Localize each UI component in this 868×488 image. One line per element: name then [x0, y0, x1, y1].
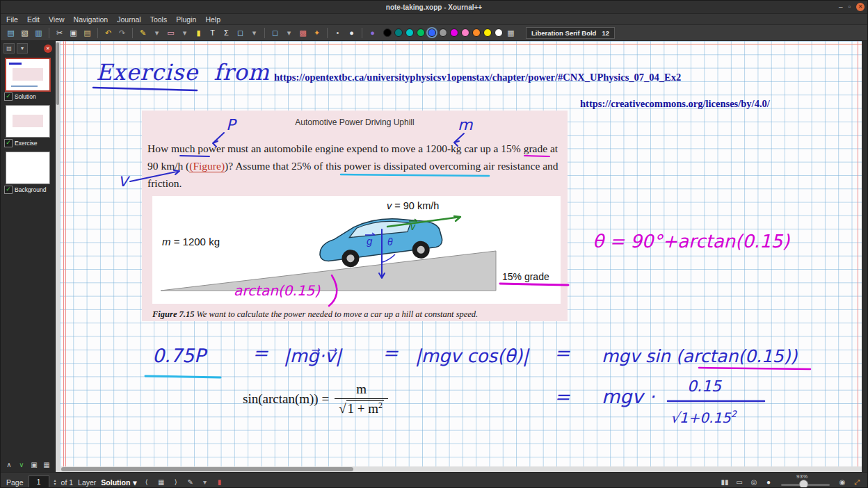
figure-link[interactable]: (Figure) [189, 160, 225, 172]
layer-select-value: Solution [101, 478, 130, 487]
font-button[interactable]: Liberation Serif Bold 12 [526, 27, 615, 39]
close-icon[interactable]: ✕ [856, 3, 865, 11]
hand-tool-icon[interactable]: ✦ [311, 27, 323, 39]
menu-navigation[interactable]: Navigation [74, 15, 108, 24]
pen-indicator-icon[interactable]: ◎ [749, 478, 759, 487]
select-dropdown-icon[interactable]: ▾ [283, 27, 295, 39]
color-swatches [383, 29, 503, 37]
zoom-original-icon[interactable]: ◉ [837, 478, 847, 487]
document-page[interactable]: Exercisefrom https://opentextbc.ca/unive… [60, 41, 863, 466]
separator[interactable] [132, 28, 133, 38]
pen-settings-icon[interactable]: ✎ [186, 478, 195, 487]
figure-caption: Figure 7.15 We want to calculate the pow… [152, 309, 556, 320]
menu-view[interactable]: View [49, 15, 65, 24]
shape-tool-icon[interactable]: ◻ [234, 27, 246, 39]
sidebar-close-icon[interactable]: ✕ [44, 44, 52, 53]
shape-dropdown-icon[interactable]: ▾ [248, 27, 260, 39]
nav-up-icon[interactable]: ∧ [5, 460, 13, 469]
menu-plugin[interactable]: Plugin [176, 15, 196, 24]
nav-down-icon[interactable]: ∨ [17, 460, 26, 469]
menu-journal[interactable]: Journal [117, 15, 140, 24]
pen-tool-icon[interactable]: ✎ [137, 27, 149, 39]
separator[interactable] [97, 28, 98, 38]
highlighter-tool-icon[interactable]: ▮ [193, 27, 204, 39]
paste-icon[interactable]: ▤ [81, 27, 93, 39]
minimize-icon[interactable]: – [839, 3, 843, 10]
shape-recognizer-icon[interactable]: ▮ [215, 478, 225, 487]
layer-thumbnail-solution[interactable] [6, 59, 49, 90]
separator[interactable] [362, 28, 362, 38]
menu-help[interactable]: Help [205, 15, 220, 24]
separator[interactable] [49, 28, 49, 38]
redo-icon[interactable]: ↷ [116, 27, 128, 39]
color-pink[interactable] [461, 29, 469, 37]
color-orange[interactable] [472, 29, 481, 37]
color-picker-icon[interactable]: ▦ [505, 27, 517, 39]
open-file-icon[interactable]: ▧ [19, 27, 31, 39]
fullscreen-icon[interactable]: ⤢ [852, 478, 862, 487]
line-style-end-icon[interactable]: ⟩ [171, 478, 181, 487]
page-number-input[interactable] [29, 475, 49, 488]
page-spinner[interactable]: ▴ ▾ [54, 479, 56, 486]
spin-down-icon[interactable]: ▾ [54, 482, 56, 486]
dual-page-icon[interactable]: ▮▮ [720, 478, 730, 487]
color-gray[interactable] [439, 29, 447, 37]
color-white[interactable] [495, 29, 503, 37]
sidebar-menu-icon[interactable]: ▤ [3, 43, 15, 54]
menu-edit[interactable]: Edit [27, 15, 40, 24]
incline-diagram: g θ v v = 90 km/h m = 1200 kg 15% grade [152, 196, 561, 304]
heading-underline [93, 88, 197, 90]
horizontal-scrollbar[interactable] [60, 466, 863, 472]
pen-settings-dropdown-icon[interactable]: ▾ [200, 478, 210, 487]
color-blue[interactable] [428, 29, 436, 37]
eraser-tool-icon[interactable]: ▭ [165, 27, 177, 39]
layer-checkbox-background[interactable]: ✓ [4, 186, 13, 194]
save-file-icon[interactable]: ▥ [33, 27, 45, 39]
image-tool-icon[interactable]: ▩ [297, 27, 309, 39]
color-black[interactable] [383, 29, 392, 37]
presentation-icon[interactable]: ▭ [734, 478, 744, 487]
menu-file[interactable]: File [6, 15, 18, 24]
copy-icon[interactable]: ▣ [67, 27, 79, 39]
undo-icon[interactable]: ↶ [102, 27, 114, 39]
vertical-scrollbar-thumb[interactable] [56, 42, 59, 105]
horizontal-scrollbar-thumb[interactable] [61, 467, 353, 471]
sidebar-layer-preview: ▤ ▾ ✕ ✓ Solution ✓ Exercise [1, 41, 56, 472]
ink-equals-2: = [383, 342, 399, 364]
text-tool-icon[interactable]: T [207, 27, 218, 39]
page-count-label: of 1 [61, 478, 74, 487]
color-cyan[interactable] [405, 29, 414, 37]
color-magenta[interactable] [450, 29, 458, 37]
color-teal[interactable] [394, 29, 403, 37]
menu-tools[interactable]: Tools [150, 15, 168, 24]
statusbar-right-icons: ◉ ⤢ [837, 478, 862, 487]
layer-select[interactable]: Solution ▾ [101, 478, 136, 487]
sidebar-dropdown-icon[interactable]: ▾ [17, 43, 28, 54]
current-color-icon[interactable]: ● [367, 27, 378, 39]
color-yellow[interactable] [483, 29, 492, 37]
pen-dropdown-icon[interactable]: ▾ [151, 27, 163, 39]
layer-thumbnail-exercise[interactable] [6, 106, 49, 137]
maximize-icon[interactable]: ▫ [848, 3, 851, 10]
nav-grid-icon[interactable]: ▦ [42, 460, 51, 469]
snap-grid-icon[interactable]: ▦ [156, 478, 166, 487]
pen-medium-icon[interactable]: ● [346, 27, 357, 39]
separator[interactable] [327, 28, 328, 38]
latex-tool-icon[interactable]: Σ [220, 27, 232, 39]
layer-checkbox-exercise[interactable]: ✓ [4, 139, 13, 147]
pen-fine-icon[interactable]: • [332, 27, 344, 39]
cut-icon[interactable]: ✂ [54, 27, 65, 39]
zoom-control[interactable]: 93% [778, 473, 833, 488]
layer-thumbnail-background[interactable] [6, 152, 49, 184]
color-indicator-icon[interactable]: ● [764, 478, 773, 487]
color-green[interactable] [417, 29, 425, 37]
zoom-slider-handle[interactable] [799, 480, 808, 488]
layer-checkbox-solution[interactable]: ✓ [4, 92, 13, 101]
new-file-icon[interactable]: ▤ [5, 27, 17, 39]
select-tool-icon[interactable]: ◻ [269, 27, 281, 39]
problem-title: Automotive Power Driving Uphill [142, 117, 568, 127]
eraser-dropdown-icon[interactable]: ▾ [179, 27, 191, 39]
separator[interactable] [264, 28, 265, 38]
nav-layer-icon[interactable]: ▣ [30, 460, 38, 469]
line-style-start-icon[interactable]: ⟨ [142, 478, 152, 487]
